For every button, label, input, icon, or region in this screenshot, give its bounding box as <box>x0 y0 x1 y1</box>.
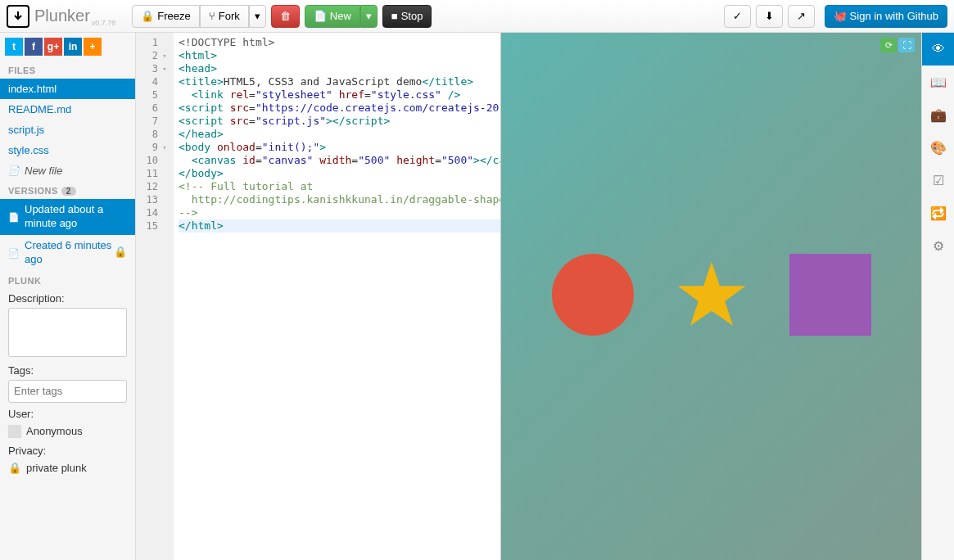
linkedin-icon[interactable]: in <box>64 38 82 56</box>
expand-icon[interactable]: ⛶ <box>898 38 915 52</box>
share-icon[interactable]: + <box>84 38 102 56</box>
description-label: Description: <box>0 289 135 306</box>
facebook-icon[interactable]: f <box>25 38 43 56</box>
stop-icon: ■ <box>391 10 398 22</box>
privacy-row: 🔒 private plunk <box>0 458 135 477</box>
new-button[interactable]: 📄New <box>305 5 360 28</box>
signin-label: Sign in with Github <box>850 10 938 22</box>
sidebar: t f g+ in + FILES index.htmlREADME.mdscr… <box>0 33 136 560</box>
tags-label: Tags: <box>0 361 135 378</box>
square-shape[interactable] <box>789 254 871 336</box>
caret-down-icon: ▾ <box>255 10 260 22</box>
svg-marker-0 <box>677 262 745 326</box>
new-group: 📄New ▾ <box>305 5 378 28</box>
tags-input[interactable] <box>8 380 127 403</box>
check-icon: ✓ <box>733 10 742 22</box>
file-item-style-css[interactable]: style.css <box>0 140 135 160</box>
docs-tab-icon[interactable]: 📖 <box>922 65 955 98</box>
editor-code[interactable]: <!DOCTYPE html><html><head><title>HTML5,… <box>174 33 500 560</box>
preview-tab-icon[interactable]: 👁 <box>922 33 955 65</box>
github-icon: 🐙 <box>834 10 847 22</box>
social-icons: t f g+ in + <box>0 33 135 61</box>
description-input[interactable] <box>8 308 127 357</box>
right-toolbar: 👁 📖 💼 🎨 ☑ 🔁 ⚙ <box>921 33 954 560</box>
user-row: Anonymous <box>0 422 135 441</box>
download-icon: ⬇ <box>765 10 774 22</box>
user-label: User: <box>0 404 135 422</box>
new-file-button[interactable]: 📄New file <box>0 160 135 181</box>
caret-down-icon: ▾ <box>366 10 372 22</box>
avatar <box>8 425 21 438</box>
gplus-icon[interactable]: g+ <box>44 38 62 56</box>
new-file-label: New file <box>25 165 62 177</box>
external-button[interactable]: ↗ <box>788 5 815 28</box>
privacy-label: Privacy: <box>0 441 135 458</box>
files-header: FILES <box>0 61 135 79</box>
stop-label: Stop <box>401 10 423 22</box>
circle-shape[interactable] <box>552 254 634 336</box>
file-icon: 📄 <box>8 165 20 176</box>
versions-count-badge: 2 <box>61 187 76 196</box>
file-icon: 📄 <box>314 10 327 22</box>
main: t f g+ in + FILES index.htmlREADME.mdscr… <box>0 33 954 560</box>
version-label: Created 6 minutes ago <box>25 239 114 267</box>
file-item-script-js[interactable]: script.js <box>0 120 135 140</box>
file-icon: 📄 <box>8 247 20 259</box>
version-label: Updated about a minute ago <box>25 203 127 231</box>
brand-version: v0.7.78 <box>92 19 116 27</box>
signin-button[interactable]: 🐙Sign in with Github <box>825 5 947 28</box>
code-editor[interactable]: 12▾3▾456789▾101112131415 <!DOCTYPE html>… <box>136 33 501 560</box>
delete-button[interactable]: 🗑 <box>271 5 300 28</box>
privacy-value: private plunk <box>26 462 87 474</box>
star-shape[interactable] <box>675 258 748 332</box>
fork-dropdown-button[interactable]: ▾ <box>249 5 266 28</box>
gear-tab-icon[interactable]: ⚙ <box>922 229 955 262</box>
freeze-label: Freeze <box>157 10 190 22</box>
fork-label: Fork <box>219 10 240 22</box>
preview-tools: ⟳ ⛶ <box>880 38 915 52</box>
lock-icon: 🔒 <box>8 462 21 474</box>
version-item[interactable]: 📄Updated about a minute ago <box>0 199 135 235</box>
logo-icon[interactable] <box>7 5 29 28</box>
file-item-README-md[interactable]: README.md <box>0 99 135 120</box>
check-button[interactable]: ✓ <box>724 5 751 28</box>
stop-button[interactable]: ■Stop <box>382 5 432 28</box>
freeze-button[interactable]: 🔒Freeze <box>132 5 199 28</box>
brand-name[interactable]: Plunker <box>34 7 90 25</box>
retweet-tab-icon[interactable]: 🔁 <box>922 196 955 229</box>
fork-icon: ⑂ <box>209 10 215 22</box>
versions-header: VERSIONS2 <box>0 181 135 199</box>
toolbar-left-group: 🔒Freeze ⑂Fork ▾ <box>132 5 265 28</box>
refresh-icon[interactable]: ⟳ <box>880 38 897 52</box>
editor-gutter: 12▾3▾456789▾101112131415 <box>136 33 174 560</box>
versions-list: 📄Updated about a minute ago📄Created 6 mi… <box>0 199 135 271</box>
checklist-tab-icon[interactable]: ☑ <box>922 164 955 196</box>
briefcase-tab-icon[interactable]: 💼 <box>922 98 955 131</box>
download-button[interactable]: ⬇ <box>756 5 783 28</box>
external-icon: ↗ <box>797 10 806 22</box>
preview-pane: ⟳ ⛶ <box>501 33 921 560</box>
version-item[interactable]: 📄Created 6 minutes ago 🔒 <box>0 235 135 271</box>
lock-icon: 🔒 <box>114 246 127 260</box>
files-list: index.htmlREADME.mdscript.jsstyle.css <box>0 79 135 160</box>
topbar: Plunker v0.7.78 🔒Freeze ⑂Fork ▾ 🗑 📄New ▾… <box>0 0 954 33</box>
lock-icon: 🔒 <box>141 10 154 22</box>
file-icon: 📄 <box>8 211 20 223</box>
fork-button[interactable]: ⑂Fork <box>200 5 249 28</box>
trash-icon: 🗑 <box>280 10 291 22</box>
palette-tab-icon[interactable]: 🎨 <box>922 131 955 164</box>
canvas-shapes <box>501 254 921 336</box>
twitter-icon[interactable]: t <box>5 38 23 56</box>
new-label: New <box>330 10 351 22</box>
file-item-index-html[interactable]: index.html <box>0 79 135 99</box>
user-name: Anonymous <box>26 425 83 437</box>
plunk-header: PLUNK <box>0 271 135 289</box>
versions-header-label: VERSIONS <box>8 186 58 196</box>
new-dropdown-button[interactable]: ▾ <box>360 5 378 28</box>
